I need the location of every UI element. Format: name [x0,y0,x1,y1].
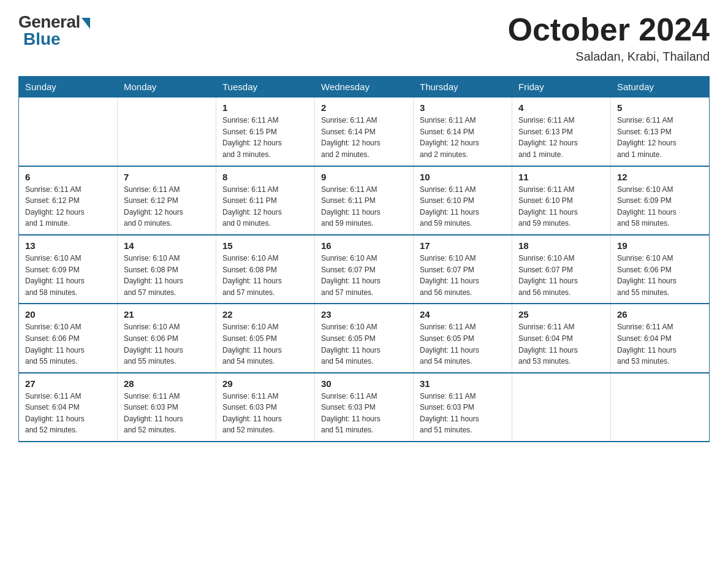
day-info: Sunrise: 6:11 AM Sunset: 6:03 PM Dayligh… [420,391,506,436]
calendar-cell: 7Sunrise: 6:11 AM Sunset: 6:12 PM Daylig… [118,166,216,235]
calendar-cell [118,98,216,166]
day-info: Sunrise: 6:11 AM Sunset: 6:13 PM Dayligh… [518,115,604,160]
calendar-cell: 18Sunrise: 6:10 AM Sunset: 6:07 PM Dayli… [512,235,611,304]
day-info: Sunrise: 6:10 AM Sunset: 6:08 PM Dayligh… [124,253,210,298]
day-info: Sunrise: 6:11 AM Sunset: 6:12 PM Dayligh… [25,184,111,229]
calendar-table: SundayMondayTuesdayWednesdayThursdayFrid… [18,76,710,442]
week-row-4: 20Sunrise: 6:10 AM Sunset: 6:06 PM Dayli… [19,304,710,372]
calendar-cell: 10Sunrise: 6:11 AM Sunset: 6:10 PM Dayli… [414,166,512,235]
calendar-cell: 11Sunrise: 6:11 AM Sunset: 6:10 PM Dayli… [512,166,611,235]
day-number: 11 [518,172,604,182]
day-info: Sunrise: 6:11 AM Sunset: 6:15 PM Dayligh… [222,115,308,160]
day-number: 18 [518,240,604,251]
day-number: 29 [222,378,308,389]
day-info: Sunrise: 6:11 AM Sunset: 6:13 PM Dayligh… [617,115,703,160]
day-number: 15 [222,240,308,251]
calendar-cell: 23Sunrise: 6:10 AM Sunset: 6:05 PM Dayli… [315,304,414,372]
day-number: 17 [420,240,506,251]
day-info: Sunrise: 6:11 AM Sunset: 6:14 PM Dayligh… [420,115,506,160]
day-number: 7 [124,172,210,182]
day-number: 6 [25,172,111,182]
day-info: Sunrise: 6:11 AM Sunset: 6:11 PM Dayligh… [321,184,407,229]
calendar-cell: 17Sunrise: 6:10 AM Sunset: 6:07 PM Dayli… [414,235,512,304]
day-number: 23 [321,309,407,320]
day-info: Sunrise: 6:11 AM Sunset: 6:03 PM Dayligh… [321,391,407,436]
header-saturday: Saturday [611,77,710,98]
day-number: 2 [321,102,407,113]
calendar-cell: 19Sunrise: 6:10 AM Sunset: 6:06 PM Dayli… [611,235,710,304]
calendar-cell: 29Sunrise: 6:11 AM Sunset: 6:03 PM Dayli… [216,373,315,442]
calendar-cell [512,373,611,442]
month-title: October 2024 [508,12,710,47]
day-number: 16 [321,240,407,251]
day-info: Sunrise: 6:10 AM Sunset: 6:07 PM Dayligh… [321,253,407,298]
calendar-cell: 1Sunrise: 6:11 AM Sunset: 6:15 PM Daylig… [216,98,315,166]
calendar-cell [19,98,118,166]
day-number: 1 [222,102,308,113]
day-number: 4 [518,102,604,113]
calendar-cell: 26Sunrise: 6:11 AM Sunset: 6:04 PM Dayli… [611,304,710,372]
day-info: Sunrise: 6:11 AM Sunset: 6:04 PM Dayligh… [617,321,703,367]
location-text: Saladan, Krabi, Thailand [508,50,710,64]
day-number: 9 [321,172,407,182]
calendar-cell: 31Sunrise: 6:11 AM Sunset: 6:03 PM Dayli… [414,373,512,442]
calendar-cell: 30Sunrise: 6:11 AM Sunset: 6:03 PM Dayli… [315,373,414,442]
calendar-cell: 3Sunrise: 6:11 AM Sunset: 6:14 PM Daylig… [414,98,512,166]
day-info: Sunrise: 6:11 AM Sunset: 6:10 PM Dayligh… [420,184,506,229]
calendar-cell: 16Sunrise: 6:10 AM Sunset: 6:07 PM Dayli… [315,235,414,304]
day-info: Sunrise: 6:11 AM Sunset: 6:12 PM Dayligh… [124,184,210,229]
day-info: Sunrise: 6:10 AM Sunset: 6:07 PM Dayligh… [420,253,506,298]
day-number: 21 [124,309,210,320]
week-row-5: 27Sunrise: 6:11 AM Sunset: 6:04 PM Dayli… [19,373,710,442]
calendar-cell: 28Sunrise: 6:11 AM Sunset: 6:03 PM Dayli… [118,373,216,442]
calendar-cell: 22Sunrise: 6:10 AM Sunset: 6:05 PM Dayli… [216,304,315,372]
day-number: 3 [420,102,506,113]
day-number: 27 [25,378,111,389]
day-info: Sunrise: 6:11 AM Sunset: 6:03 PM Dayligh… [124,391,210,436]
calendar-cell: 15Sunrise: 6:10 AM Sunset: 6:08 PM Dayli… [216,235,315,304]
day-info: Sunrise: 6:11 AM Sunset: 6:05 PM Dayligh… [420,321,506,367]
day-info: Sunrise: 6:11 AM Sunset: 6:10 PM Dayligh… [518,184,604,229]
day-number: 26 [617,309,703,320]
calendar-cell: 13Sunrise: 6:10 AM Sunset: 6:09 PM Dayli… [19,235,118,304]
header-tuesday: Tuesday [216,77,315,98]
day-number: 14 [124,240,210,251]
day-number: 24 [420,309,506,320]
header-thursday: Thursday [414,77,512,98]
calendar-header: SundayMondayTuesdayWednesdayThursdayFrid… [19,77,710,98]
day-number: 22 [222,309,308,320]
calendar-cell: 4Sunrise: 6:11 AM Sunset: 6:13 PM Daylig… [512,98,611,166]
day-number: 8 [222,172,308,182]
calendar-cell: 12Sunrise: 6:10 AM Sunset: 6:09 PM Dayli… [611,166,710,235]
day-info: Sunrise: 6:10 AM Sunset: 6:05 PM Dayligh… [321,321,407,367]
week-row-3: 13Sunrise: 6:10 AM Sunset: 6:09 PM Dayli… [19,235,710,304]
day-info: Sunrise: 6:10 AM Sunset: 6:06 PM Dayligh… [25,321,111,367]
header-row: SundayMondayTuesdayWednesdayThursdayFrid… [19,77,710,98]
day-number: 13 [25,240,111,251]
calendar-cell: 8Sunrise: 6:11 AM Sunset: 6:11 PM Daylig… [216,166,315,235]
day-info: Sunrise: 6:11 AM Sunset: 6:03 PM Dayligh… [222,391,308,436]
calendar-cell: 5Sunrise: 6:11 AM Sunset: 6:13 PM Daylig… [611,98,710,166]
logo-blue-text: Blue [23,29,61,49]
week-row-1: 1Sunrise: 6:11 AM Sunset: 6:15 PM Daylig… [19,98,710,166]
day-info: Sunrise: 6:11 AM Sunset: 6:11 PM Dayligh… [222,184,308,229]
day-info: Sunrise: 6:10 AM Sunset: 6:08 PM Dayligh… [222,253,308,298]
calendar-cell: 24Sunrise: 6:11 AM Sunset: 6:05 PM Dayli… [414,304,512,372]
calendar-cell: 21Sunrise: 6:10 AM Sunset: 6:06 PM Dayli… [118,304,216,372]
calendar-cell: 9Sunrise: 6:11 AM Sunset: 6:11 PM Daylig… [315,166,414,235]
calendar-cell: 27Sunrise: 6:11 AM Sunset: 6:04 PM Dayli… [19,373,118,442]
calendar-cell [611,373,710,442]
calendar-cell: 14Sunrise: 6:10 AM Sunset: 6:08 PM Dayli… [118,235,216,304]
header-sunday: Sunday [19,77,118,98]
page-header: General Blue October 2024 Saladan, Krabi… [18,12,710,64]
calendar-cell: 2Sunrise: 6:11 AM Sunset: 6:14 PM Daylig… [315,98,414,166]
day-number: 5 [617,102,703,113]
header-friday: Friday [512,77,611,98]
calendar-body: 1Sunrise: 6:11 AM Sunset: 6:15 PM Daylig… [19,98,710,442]
calendar-cell: 6Sunrise: 6:11 AM Sunset: 6:12 PM Daylig… [19,166,118,235]
day-number: 25 [518,309,604,320]
day-number: 10 [420,172,506,182]
day-number: 28 [124,378,210,389]
title-block: October 2024 Saladan, Krabi, Thailand [508,12,710,64]
logo-arrow-icon [82,18,90,29]
